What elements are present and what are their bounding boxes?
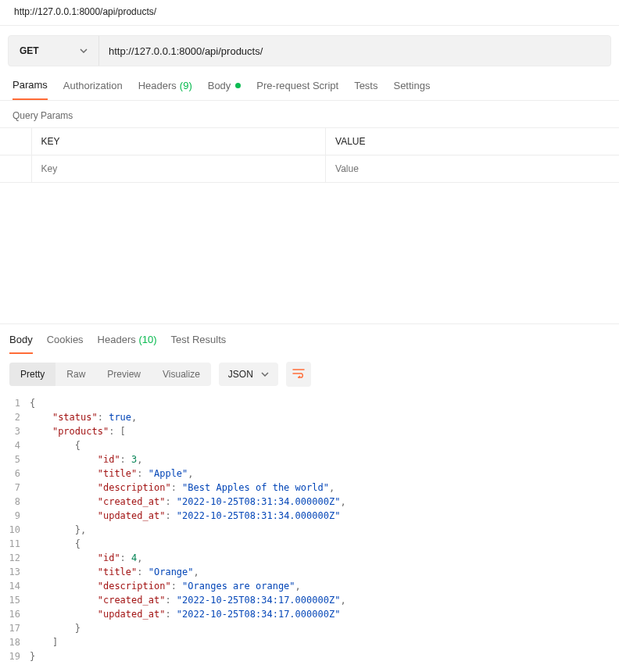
code-content: } [30, 649, 35, 663]
code-content: "updated_at": "2022-10-25T08:34:17.00000… [30, 607, 340, 621]
tab-response-cookies[interactable]: Cookies [47, 334, 84, 354]
code-content: { [30, 438, 81, 452]
params-value-input[interactable] [335, 163, 610, 174]
line-number: 16 [8, 607, 30, 621]
code-content: } [30, 621, 81, 635]
params-value-header: VALUE [326, 128, 619, 155]
spacer [0, 183, 619, 323]
tab-authorization[interactable]: Authorization [63, 79, 123, 100]
params-row-checkbox[interactable] [0, 155, 31, 183]
code-content: "created_at": "2022-10-25T08:31:34.00000… [30, 495, 346, 509]
code-line: 4 { [8, 438, 619, 452]
tab-title-text: http://127.0.0.1:8000/api/products/ [14, 6, 156, 17]
code-line: 8 "created_at": "2022-10-25T08:31:34.000… [8, 495, 619, 509]
params-key-header: KEY [31, 128, 326, 155]
code-line: 6 "title": "Apple", [8, 466, 619, 481]
code-line: 5 "id": 3, [8, 452, 619, 466]
response-headers-count: (10) [138, 334, 156, 345]
code-line: 18 ] [8, 635, 619, 649]
code-line: 1{ [8, 396, 619, 410]
wrap-lines-icon [292, 369, 305, 381]
code-content: "title": "Apple", [30, 466, 194, 481]
query-params-table: KEY VALUE [0, 127, 619, 183]
view-pretty-button[interactable]: Pretty [9, 363, 55, 386]
line-number: 7 [8, 481, 30, 495]
query-params-label: Query Params [0, 101, 619, 127]
request-url-input[interactable] [99, 36, 610, 66]
chevron-down-icon [261, 370, 269, 378]
line-number: 17 [8, 621, 30, 635]
tab-settings[interactable]: Settings [393, 79, 430, 100]
code-content: { [30, 537, 81, 551]
line-number: 9 [8, 509, 30, 523]
request-url-bar: GET [8, 35, 611, 66]
line-number: 15 [8, 593, 30, 607]
view-raw-button[interactable]: Raw [55, 363, 96, 386]
response-panel: Body Cookies Headers (10) Test Results P… [0, 323, 619, 671]
line-number: 10 [8, 523, 30, 537]
wrap-lines-button[interactable] [286, 362, 311, 387]
tab-body[interactable]: Body [208, 79, 242, 100]
request-tab-title[interactable]: http://127.0.0.1:8000/api/products/ [0, 0, 619, 26]
code-line: 2 "status": true, [8, 410, 619, 424]
tab-tests[interactable]: Tests [354, 79, 377, 100]
response-json-viewer[interactable]: 1{2 "status": true,3 "products": [4 {5 "… [0, 395, 619, 671]
tab-params[interactable]: Params [13, 79, 48, 100]
code-line: 3 "products": [ [8, 424, 619, 438]
line-number: 4 [8, 438, 30, 452]
code-line: 11 { [8, 537, 619, 551]
params-checkbox-header [0, 128, 31, 155]
line-number: 18 [8, 635, 30, 649]
headers-count: (9) [180, 80, 192, 91]
code-line: 14 "description": "Oranges are orange", [8, 579, 619, 593]
response-toolbar: Pretty Raw Preview Visualize JSON [0, 354, 619, 395]
line-number: 3 [8, 424, 30, 438]
line-number: 1 [8, 396, 30, 410]
view-preview-button[interactable]: Preview [96, 363, 152, 386]
code-line: 15 "created_at": "2022-10-25T08:34:17.00… [8, 593, 619, 607]
chevron-down-icon [80, 47, 88, 55]
code-content: ] [30, 635, 58, 649]
http-method-select[interactable]: GET [9, 36, 99, 66]
view-mode-group: Pretty Raw Preview Visualize [9, 363, 211, 386]
code-content: "description": "Oranges are orange", [30, 579, 301, 593]
code-content: "status": true, [30, 410, 137, 424]
http-method-label: GET [20, 45, 39, 56]
format-label: JSON [228, 369, 253, 380]
line-number: 5 [8, 452, 30, 466]
code-line: 7 "description": "Best Apples of the wor… [8, 481, 619, 495]
code-content: "updated_at": "2022-10-25T08:31:34.00000… [30, 509, 340, 523]
tab-response-body[interactable]: Body [9, 334, 33, 354]
line-number: 6 [8, 466, 30, 481]
code-content: "products": [ [30, 424, 126, 438]
code-line: 16 "updated_at": "2022-10-25T08:34:17.00… [8, 607, 619, 621]
code-line: 17 } [8, 621, 619, 635]
request-tabs: Params Authorization Headers (9) Body Pr… [0, 66, 619, 101]
tab-response-headers[interactable]: Headers (10) [98, 334, 157, 354]
response-tabs: Body Cookies Headers (10) Test Results [0, 324, 619, 354]
dot-indicator-icon [235, 83, 241, 88]
line-number: 2 [8, 410, 30, 424]
line-number: 12 [8, 551, 30, 565]
line-number: 13 [8, 565, 30, 579]
code-content: "id": 4, [30, 551, 143, 565]
format-select[interactable]: JSON [219, 363, 278, 386]
code-content: "id": 3, [30, 452, 143, 466]
line-number: 19 [8, 649, 30, 663]
code-line: 13 "title": "Orange", [8, 565, 619, 579]
view-visualize-button[interactable]: Visualize [152, 363, 211, 386]
line-number: 11 [8, 537, 30, 551]
code-content: "description": "Best Apples of the world… [30, 481, 335, 495]
code-line: 19} [8, 649, 619, 663]
line-number: 14 [8, 579, 30, 593]
code-line: 12 "id": 4, [8, 551, 619, 565]
code-content: "title": "Orange", [30, 565, 199, 579]
params-key-input[interactable] [41, 163, 317, 174]
code-line: 10 }, [8, 523, 619, 537]
code-content: "created_at": "2022-10-25T08:34:17.00000… [30, 593, 346, 607]
params-row [0, 155, 619, 183]
tab-test-results[interactable]: Test Results [171, 334, 227, 354]
code-line: 9 "updated_at": "2022-10-25T08:31:34.000… [8, 509, 619, 523]
tab-prerequest[interactable]: Pre-request Script [256, 79, 338, 100]
tab-headers[interactable]: Headers (9) [138, 79, 192, 100]
